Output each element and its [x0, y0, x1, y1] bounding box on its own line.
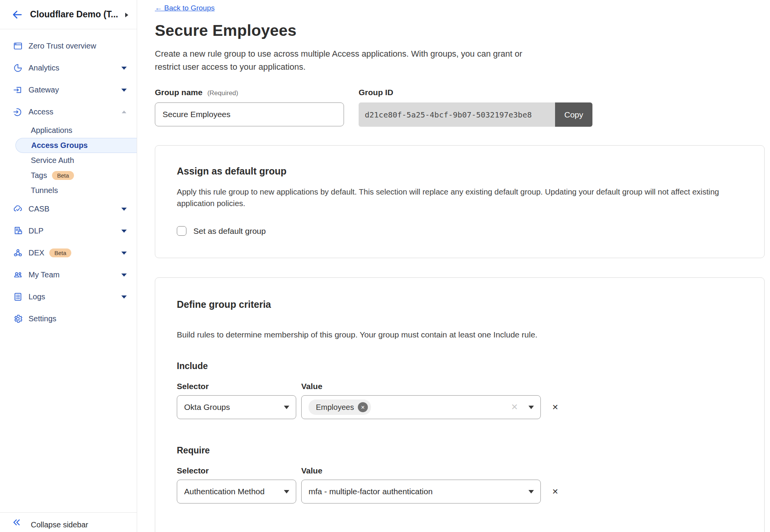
remove-require-rule-button[interactable]: ✕ — [552, 488, 559, 495]
group-id-composite: d21ce80f-5a25-4bcf-9b07-5032197e3be8 Cop… — [359, 102, 592, 127]
sidebar-subitem-applications[interactable]: Applications — [0, 123, 137, 138]
sidebar-item-label: Zero Trust overview — [29, 42, 96, 50]
require-selector-dropdown[interactable]: Authentication Method — [177, 480, 296, 503]
group-id-column: Group ID d21ce80f-5a25-4bcf-9b07-5032197… — [359, 88, 592, 127]
require-selector-value: Authentication Method — [184, 487, 265, 496]
chevron-down-icon[interactable] — [121, 208, 127, 211]
chevron-down-icon[interactable] — [121, 67, 127, 70]
back-arrow-icon[interactable] — [12, 9, 23, 20]
remove-include-rule-button[interactable]: ✕ — [552, 403, 559, 411]
sidebar-subitem-label: Tags — [31, 171, 47, 180]
sidebar-item-zero-trust-overview[interactable]: Zero Trust overview — [0, 35, 137, 57]
sidebar-item-label: Gateway — [29, 86, 59, 94]
chip-remove-icon[interactable]: ✕ — [358, 402, 368, 412]
group-id-label: Group ID — [359, 88, 592, 97]
logs-list-icon — [13, 292, 23, 302]
sidebar-subitem-service-auth[interactable]: Service Auth — [0, 153, 137, 168]
sidebar-item-label: Settings — [29, 314, 56, 323]
sidebar-item-label: Access — [29, 107, 53, 116]
sidebar-item-my-team[interactable]: My Team — [0, 264, 137, 286]
chevron-down-icon — [528, 490, 534, 493]
page-title: Secure Employees — [155, 22, 765, 40]
include-selector-value: Okta Groups — [184, 403, 230, 412]
sidebar-item-label: Analytics — [29, 64, 59, 72]
sidebar-item-dlp[interactable]: DLP — [0, 220, 137, 242]
clear-values-icon[interactable]: ✕ — [511, 402, 518, 412]
sidebar-item-label: CASB — [29, 205, 49, 213]
require-selector-label: Selector — [177, 466, 301, 475]
require-value-dropdown[interactable]: mfa - multiple-factor authentication — [301, 480, 541, 503]
chevron-down-icon[interactable] — [121, 252, 127, 255]
cloud-check-icon — [13, 204, 23, 214]
default-group-card: Assign as default group Apply this rule … — [155, 145, 765, 258]
required-hint: (Required) — [207, 89, 238, 97]
account-expand-caret-icon[interactable] — [125, 13, 128, 17]
chevron-down-icon[interactable] — [121, 295, 127, 299]
require-value-label: Value — [301, 466, 322, 475]
gear-icon — [13, 314, 23, 324]
include-selector-dropdown[interactable]: Okta Groups — [177, 395, 296, 419]
collapse-sidebar-button[interactable]: Collapse sidebar — [0, 512, 137, 532]
group-name-column: Group name (Required) — [155, 88, 344, 127]
sidebar-subitem-tunnels[interactable]: Tunnels — [0, 183, 137, 198]
default-group-card-title: Assign as default group — [177, 166, 743, 177]
sidebar-subitem-label: Access Groups — [31, 141, 88, 150]
require-heading: Require — [177, 445, 743, 456]
sidebar-item-logs[interactable]: Logs — [0, 286, 137, 308]
copy-button[interactable]: Copy — [555, 102, 592, 127]
double-chevron-left-icon — [12, 517, 22, 527]
criteria-card: Define group criteria Build rules to det… — [155, 277, 765, 532]
chevron-down-icon — [528, 406, 534, 409]
browser-window-icon — [13, 41, 23, 51]
sidebar-item-analytics[interactable]: Analytics — [0, 57, 137, 79]
chevron-down-icon — [284, 490, 289, 493]
sidebar-item-label: DEX — [29, 248, 44, 257]
group-name-input[interactable] — [155, 102, 344, 126]
sidebar-item-gateway[interactable]: Gateway — [0, 79, 137, 101]
include-labels-row: Selector Value — [177, 382, 743, 391]
sidebar-subitem-label: Service Auth — [31, 156, 74, 165]
beta-badge: Beta — [52, 171, 74, 180]
gateway-icon — [13, 85, 23, 95]
criteria-card-description: Build rules to determine membership of t… — [177, 330, 743, 339]
sidebar-item-label: Logs — [29, 292, 45, 301]
network-cluster-icon — [13, 248, 23, 258]
chevron-down-icon[interactable] — [121, 230, 127, 233]
pie-chart-icon — [13, 63, 23, 73]
set-default-checkbox-label: Set as default group — [193, 227, 266, 236]
sidebar-subitem-access-groups[interactable]: Access Groups — [15, 138, 137, 153]
include-selector-label: Selector — [177, 382, 301, 391]
require-labels-row: Selector Value — [177, 466, 743, 475]
include-rule-row: Okta Groups Employees ✕ ✕ ✕ — [177, 395, 743, 419]
collapse-sidebar-label: Collapse sidebar — [31, 520, 88, 529]
document-lock-icon — [13, 226, 23, 236]
default-group-checkbox-row: Set as default group — [177, 226, 743, 236]
back-to-groups-link[interactable]: ← Back to Groups — [155, 4, 215, 12]
sidebar-item-dex[interactable]: DEX Beta — [0, 242, 137, 264]
sidebar-nav: Zero Trust overview Analytics Gateway Ac… — [0, 29, 137, 330]
sidebar-subitem-tags[interactable]: Tags Beta — [0, 168, 137, 183]
sidebar-subitem-label: Tunnels — [31, 186, 58, 195]
chevron-up-icon[interactable] — [122, 111, 126, 113]
sidebar-subitem-label: Applications — [31, 126, 72, 135]
page-description: Create a new rule group to use across mu… — [155, 47, 534, 74]
criteria-card-title: Define group criteria — [177, 299, 743, 310]
employees-chip: Employees ✕ — [309, 399, 371, 415]
sidebar-header: Cloudflare Demo (T... — [0, 0, 137, 29]
include-value-dropdown[interactable]: Employees ✕ ✕ — [301, 395, 541, 419]
sidebar-item-label: DLP — [29, 227, 44, 235]
require-value-text: mfa - multiple-factor authentication — [309, 487, 433, 496]
group-id-value: d21ce80f-5a25-4bcf-9b07-5032197e3be8 — [359, 102, 555, 127]
group-name-label: Group name — [155, 88, 203, 97]
sidebar-item-access[interactable]: Access — [0, 101, 137, 123]
sidebar-item-settings[interactable]: Settings — [0, 308, 137, 330]
main-content: ← Back to Groups Secure Employees Create… — [137, 0, 770, 532]
people-icon — [13, 270, 23, 280]
chevron-down-icon[interactable] — [121, 274, 127, 277]
chevron-down-icon[interactable] — [121, 89, 127, 92]
set-default-checkbox[interactable] — [177, 226, 186, 236]
default-group-card-description: Apply this rule group to new application… — [177, 186, 743, 209]
include-value-label: Value — [301, 382, 322, 391]
sidebar-item-casb[interactable]: CASB — [0, 198, 137, 220]
access-login-icon — [13, 107, 23, 117]
